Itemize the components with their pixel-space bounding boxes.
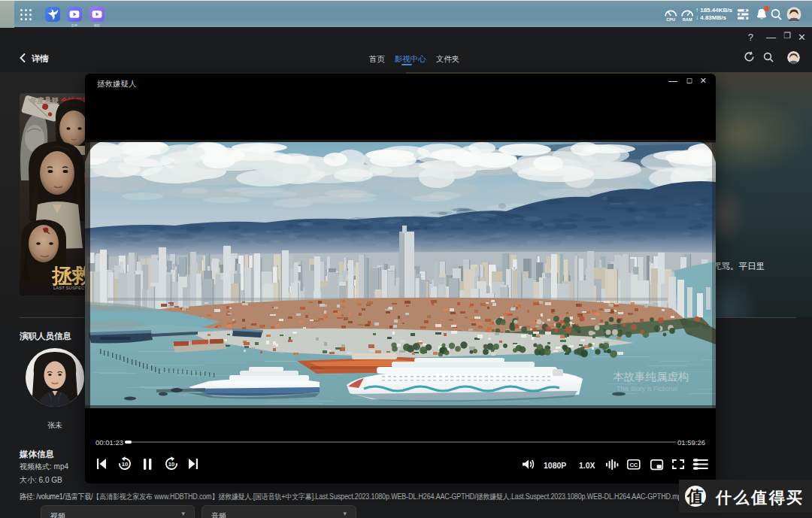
svg-text:LAST SUSPECT: LAST SUSPECT bbox=[53, 286, 87, 290]
svg-text:This Story is Fictional: This Story is Fictional bbox=[617, 385, 677, 392]
svg-text:10: 10 bbox=[168, 461, 175, 468]
svg-text:CC: CC bbox=[629, 462, 638, 468]
svg-text:本故事纯属虚构: 本故事纯属虚构 bbox=[613, 371, 689, 383]
svg-text:RAM: RAM bbox=[683, 17, 692, 22]
svg-text:10: 10 bbox=[122, 461, 129, 468]
svg-text:CPU: CPU bbox=[666, 17, 675, 22]
